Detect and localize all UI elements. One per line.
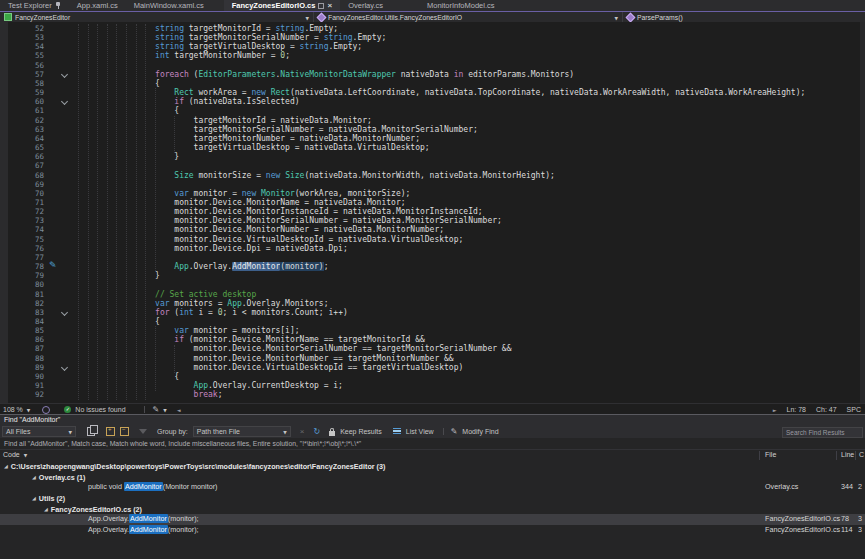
code-editor[interactable]: 5253545556575859606162636465666768697071… xyxy=(0,22,865,403)
expander-icon[interactable] xyxy=(32,472,36,483)
tab-mainwindow-xaml-cs[interactable]: MainWindow.xaml.cs xyxy=(126,0,212,11)
code-line[interactable]: targetVirtualDesktop = nativeData.Virtua… xyxy=(0,143,860,152)
keep-results-button[interactable]: Keep Results xyxy=(340,428,382,435)
expander-icon[interactable] xyxy=(4,461,8,472)
code-line[interactable]: monitor.Device.VirtualDesktopId == targe… xyxy=(0,363,860,372)
close-icon[interactable] xyxy=(327,1,332,10)
project-dropdown[interactable]: FancyZonesEditor xyxy=(0,12,314,22)
tab-overlay-cs[interactable]: Overlay.cs xyxy=(340,0,391,11)
code-line[interactable]: monitor.Device.Dpi = nativeData.Dpi; xyxy=(0,244,860,253)
result-match-row[interactable]: App.Overlay.AddMonitor(monitor);FancyZon… xyxy=(0,525,865,536)
document-health-icon[interactable] xyxy=(42,406,50,414)
code-line[interactable]: { xyxy=(0,106,860,115)
expand-all-icon[interactable] xyxy=(106,427,115,436)
expander-icon[interactable] xyxy=(32,493,36,504)
type-dropdown[interactable]: FancyZonesEditor.Utils.FancyZonesEditorI… xyxy=(314,12,623,22)
code-line[interactable]: monitor.Device.MonitorName = nativeData.… xyxy=(0,198,860,207)
content-filter-combobox[interactable]: Code xyxy=(3,451,27,458)
code-line[interactable]: if (monitor.Device.MonitorName == target… xyxy=(0,335,860,344)
code-line[interactable]: string targetMonitorId = string.Empty; xyxy=(0,24,860,33)
code-line[interactable]: var monitors = App.Overlay.Monitors; xyxy=(0,299,860,308)
collapse-all-icon[interactable] xyxy=(120,427,129,436)
code-line[interactable] xyxy=(0,180,860,189)
result-row-text: App.Overlay.AddMonitor(monitor); xyxy=(0,514,199,525)
code-line[interactable]: string targetMonitorSerialNumber = strin… xyxy=(0,33,860,42)
code-line[interactable]: monitor.Device.VirtualDesktopId = native… xyxy=(0,235,860,244)
code-line[interactable]: targetMonitorSerialNumber = nativeData.M… xyxy=(0,125,860,134)
modify-find-pencil-icon[interactable] xyxy=(451,427,458,436)
column-header-file[interactable]: File xyxy=(765,451,776,458)
code-line[interactable]: App.Overlay.CurrentDesktop = i; xyxy=(0,381,860,390)
list-view-button[interactable]: List View xyxy=(406,428,434,435)
code-line[interactable]: if (nativeData.IsSelected) xyxy=(0,97,860,106)
scope-combobox[interactable]: All Files xyxy=(2,426,76,437)
code-line[interactable] xyxy=(0,61,860,70)
code-line[interactable]: Rect workArea = new Rect(nativeData.Left… xyxy=(0,88,860,97)
result-group-row[interactable]: FancyZonesEditorIO.cs (2) xyxy=(0,504,865,515)
collapse-left-icon[interactable] xyxy=(177,406,181,413)
code-line[interactable]: targetMonitorId = nativeData.Monitor; xyxy=(0,116,860,125)
list-view-label: List View xyxy=(406,428,434,435)
column-divider[interactable] xyxy=(759,451,760,460)
code-line[interactable]: for (int i = 0; i < monitors.Count; i++) xyxy=(0,308,860,317)
copy-results-icon[interactable] xyxy=(87,427,95,436)
code-line[interactable]: monitor.Device.MonitorNumber == targetMo… xyxy=(0,354,860,363)
code-line[interactable]: { xyxy=(0,317,860,326)
code-line[interactable]: string targetVirtualDesktop = string.Emp… xyxy=(0,42,860,51)
code-line[interactable]: App.Overlay.AddMonitor(monitor); xyxy=(0,262,860,271)
member-dropdown[interactable]: ParseParams() xyxy=(623,12,865,22)
code-line[interactable]: { xyxy=(0,372,860,381)
code-line[interactable]: } xyxy=(0,152,860,161)
refresh-icon[interactable] xyxy=(313,427,320,436)
code-line[interactable]: var monitor = new Monitor(workArea, moni… xyxy=(0,189,860,198)
code-content[interactable]: string targetMonitorId = string.Empty; s… xyxy=(0,24,860,399)
expand-right-icon[interactable] xyxy=(773,406,777,413)
pencil-chevron-icon[interactable] xyxy=(163,406,166,413)
code-line[interactable]: var monitor = monitors[i]; xyxy=(0,326,860,335)
result-group-row[interactable]: Utils (2) xyxy=(0,493,865,504)
line-indicator[interactable]: Ln: 78 xyxy=(787,406,806,413)
column-divider[interactable] xyxy=(836,451,837,460)
edit-pencil-icon[interactable] xyxy=(153,405,160,414)
code-line[interactable] xyxy=(0,253,860,262)
code-line[interactable]: monitor.Device.MonitorInstanceId = nativ… xyxy=(0,207,860,216)
column-header-line[interactable]: Line xyxy=(841,451,854,458)
vertical-scrollbar[interactable] xyxy=(860,22,865,403)
code-line[interactable]: monitor.Device.MonitorSerialNumber == ta… xyxy=(0,344,860,353)
code-line[interactable] xyxy=(0,161,860,170)
column-indicator[interactable]: Ch: 47 xyxy=(816,406,837,413)
modify-find-button[interactable]: Modify Find xyxy=(462,428,498,435)
code-line[interactable]: foreach (EditorParameters.NativeMonitorD… xyxy=(0,70,860,79)
code-line[interactable]: break; xyxy=(0,390,860,399)
column-header-col[interactable]: C xyxy=(859,451,864,458)
list-view-icon[interactable] xyxy=(393,428,401,435)
code-line[interactable]: monitor.Device.MonitorSerialNumber = nat… xyxy=(0,216,860,225)
code-line[interactable]: } xyxy=(0,271,860,280)
result-group-row[interactable]: Overlay.cs (1) xyxy=(0,472,865,483)
code-line[interactable]: targetMonitorNumber = nativeData.Monitor… xyxy=(0,134,860,143)
code-line[interactable]: int targetMonitorNumber = 0; xyxy=(0,51,860,60)
search-find-results-input[interactable]: Search Find Results xyxy=(782,427,863,438)
lock-icon[interactable] xyxy=(329,431,335,436)
group-by-combobox[interactable]: Path then File xyxy=(193,426,291,437)
tab-fancyzoneseditorio-cs[interactable]: FancyZonesEditorIO.cs xyxy=(224,0,340,11)
tab-test-explorer[interactable]: Test Explorer xyxy=(0,0,69,11)
column-divider[interactable] xyxy=(855,451,856,460)
code-line[interactable]: monitor.Device.MonitorNumber = nativeDat… xyxy=(0,225,860,234)
issues-message[interactable]: No issues found xyxy=(75,406,125,413)
result-group-row[interactable]: C:\Users\zhaopengwang\Desktop\powertoys\… xyxy=(0,461,865,472)
clear-results-icon[interactable] xyxy=(300,427,305,436)
zoom-chevron-icon[interactable] xyxy=(27,406,30,413)
code-line[interactable] xyxy=(0,280,860,289)
code-line[interactable]: // Set active desktop xyxy=(0,290,860,299)
code-line[interactable]: { xyxy=(0,79,860,88)
zoom-level[interactable]: 108 % xyxy=(3,406,23,413)
tab-monitorinfomodel-cs[interactable]: MonitorInfoModel.cs xyxy=(419,0,503,11)
code-line[interactable]: Size monitorSize = new Size(nativeData.M… xyxy=(0,171,860,180)
expander-icon[interactable] xyxy=(44,504,48,515)
result-match-row[interactable]: public void AddMonitor(Monitor monitor)O… xyxy=(0,482,865,493)
filter-icon[interactable] xyxy=(139,429,147,434)
space-indicator[interactable]: SPC xyxy=(847,406,861,413)
tab-app-xaml-cs[interactable]: App.xaml.cs xyxy=(69,0,126,11)
result-match-row[interactable]: App.Overlay.AddMonitor(monitor);FancyZon… xyxy=(0,514,865,525)
